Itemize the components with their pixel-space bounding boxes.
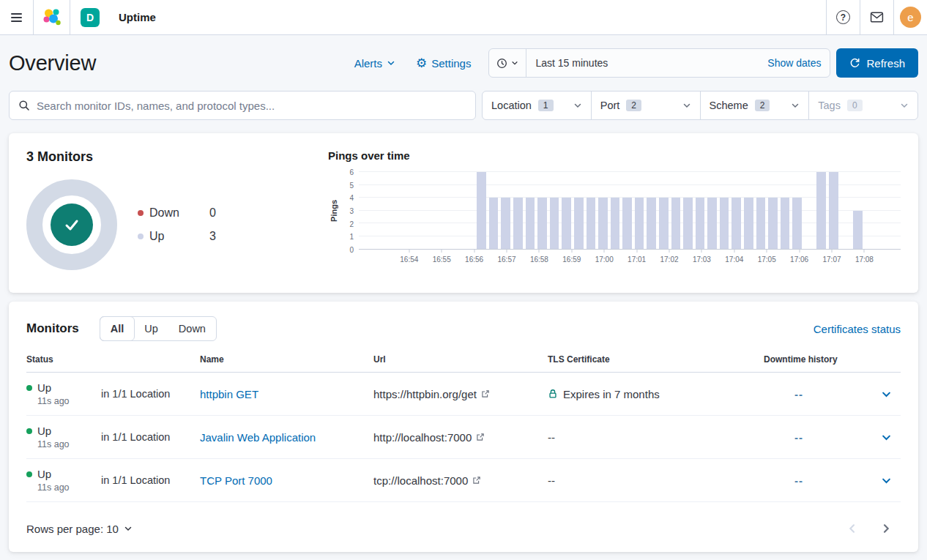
monitor-url: tcp://localhost:7000 — [373, 474, 468, 487]
newsfeed-button[interactable] — [860, 0, 893, 34]
pings-plot — [359, 172, 901, 250]
tls-expiry: -- — [548, 431, 555, 444]
elastic-logo — [34, 0, 70, 34]
space-badge[interactable]: D — [81, 8, 100, 27]
filter-tags[interactable]: Tags 0 — [808, 92, 917, 119]
up-dot-icon — [138, 234, 144, 239]
page-title: Overview — [9, 51, 96, 75]
expand-row-button[interactable] — [871, 475, 901, 486]
chart-title: Pings over time — [328, 149, 901, 162]
filter-label: Scheme — [710, 100, 748, 111]
uptime-overview-page: Overview Alerts ⚙ Settings Last 15 minut… — [0, 35, 927, 552]
settings-button[interactable]: ⚙ Settings — [416, 57, 471, 70]
chevron-down-icon — [511, 59, 518, 67]
help-button[interactable]: ? — [826, 0, 860, 34]
monitors-title: Monitors — [26, 321, 79, 336]
user-menu-button[interactable]: e — [893, 0, 927, 34]
filter-count-badge: 1 — [538, 100, 554, 111]
filter-group: Location 1 Port 2 Scheme 2 Tags 0 — [482, 91, 918, 120]
filter-count-badge: 2 — [755, 100, 770, 111]
all-up-indicator — [51, 204, 93, 246]
table-header-row: Status Name Url TLS Certificate Downtime… — [26, 351, 901, 373]
previous-page-button[interactable] — [842, 518, 863, 539]
chevron-down-icon — [900, 101, 909, 110]
monitor-url: http://localhost:7000 — [373, 431, 472, 444]
filter-location[interactable]: Location 1 — [483, 92, 591, 119]
monitor-name-link[interactable]: Javalin Web Application — [200, 431, 316, 444]
alerts-label: Alerts — [354, 57, 382, 70]
certificates-status-link[interactable]: Certificates status — [814, 323, 901, 335]
table-row: Up 11s ago in 1/1 Location TCP Port 7000… — [26, 459, 901, 502]
chevron-left-icon — [846, 523, 858, 534]
column-header-downtime: Downtime history — [764, 354, 871, 365]
filter-label: Tags — [818, 100, 841, 111]
status-legend: Down 0 Up 3 — [138, 206, 216, 243]
column-header-status: Status — [26, 354, 101, 365]
tls-expiry: -- — [548, 474, 555, 487]
date-picker: Last 15 minutes Show dates — [488, 48, 830, 78]
status-filter-tabs: All Up Down — [100, 316, 217, 341]
tab-all[interactable]: All — [100, 316, 135, 341]
filter-scheme[interactable]: Scheme 2 — [700, 92, 809, 119]
show-dates-button[interactable]: Show dates — [759, 57, 830, 69]
chevron-down-icon — [881, 432, 892, 443]
downtime-history: -- — [764, 431, 871, 444]
date-range-value[interactable]: Last 15 minutes — [526, 57, 759, 69]
chevron-down-icon — [791, 101, 800, 110]
expand-row-button[interactable] — [871, 389, 901, 400]
monitor-name-link[interactable]: httpbin GET — [200, 388, 258, 400]
x-axis: 16:5416:5516:5616:5716:5816:5917:0017:01… — [359, 250, 901, 267]
legend-label: Up — [149, 230, 209, 243]
status-text: Up — [37, 468, 51, 480]
tls-expiry: Expires in 7 months — [563, 388, 660, 400]
status-text: Up — [37, 425, 51, 437]
status-text: Up — [37, 381, 51, 394]
rows-per-page-label: Rows per page: 10 — [26, 523, 119, 535]
external-link-icon[interactable] — [472, 476, 481, 485]
downtime-history: -- — [764, 388, 871, 400]
date-quick-select-button[interactable] — [489, 49, 526, 77]
external-link-icon[interactable] — [476, 433, 485, 441]
next-page-button[interactable] — [876, 518, 896, 539]
legend-item-up: Up 3 — [138, 230, 216, 243]
filter-count-badge: 2 — [626, 100, 641, 111]
status-donut-chart — [26, 179, 117, 270]
filter-port[interactable]: Port 2 — [591, 92, 700, 119]
mail-icon — [870, 11, 884, 23]
top-navigation-bar: D Uptime ? e — [0, 0, 927, 35]
y-axis: 0123456 — [340, 172, 359, 250]
alerts-dropdown-button[interactable]: Alerts — [354, 57, 395, 70]
legend-value: 3 — [209, 230, 216, 243]
monitor-search — [9, 91, 476, 120]
expand-row-button[interactable] — [871, 432, 901, 443]
snapshot-panel: 3 Monitors Down 0 Up 3 — [9, 133, 918, 293]
external-link-icon[interactable] — [481, 389, 490, 398]
search-icon — [18, 100, 30, 111]
last-check-time: 11s ago — [37, 396, 101, 406]
rows-per-page-button[interactable]: Rows per page: 10 — [26, 523, 133, 535]
table-row: Up 11s ago in 1/1 Location httpbin GET h… — [26, 373, 901, 416]
last-check-time: 11s ago — [37, 482, 101, 493]
legend-label: Down — [149, 206, 209, 220]
monitor-name-link[interactable]: TCP Port 7000 — [200, 474, 272, 487]
refresh-button[interactable]: Refresh — [836, 48, 918, 78]
hamburger-icon — [11, 13, 22, 22]
lock-icon — [548, 389, 558, 399]
pings-over-time-chart: Pings over time Pings 0123456 16:5416:55… — [328, 149, 901, 277]
gear-icon: ⚙ — [416, 57, 427, 70]
tab-down[interactable]: Down — [168, 317, 216, 340]
app-title: Uptime — [119, 11, 156, 23]
column-header-url: Url — [373, 354, 548, 365]
filter-label: Location — [491, 100, 532, 111]
table-row: Up 11s ago in 1/1 Location Javalin Web A… — [26, 416, 901, 459]
downtime-history: -- — [764, 474, 871, 487]
chevron-right-icon — [880, 523, 892, 534]
search-input[interactable] — [37, 100, 466, 112]
chevron-down-icon — [682, 101, 691, 110]
menu-button[interactable] — [0, 0, 34, 34]
monitor-url: https://httpbin.org/get — [373, 388, 477, 400]
filter-label: Port — [600, 100, 620, 111]
check-icon — [62, 214, 82, 235]
tab-up[interactable]: Up — [134, 317, 168, 340]
monitors-table: Status Name Url TLS Certificate Downtime… — [26, 351, 901, 502]
